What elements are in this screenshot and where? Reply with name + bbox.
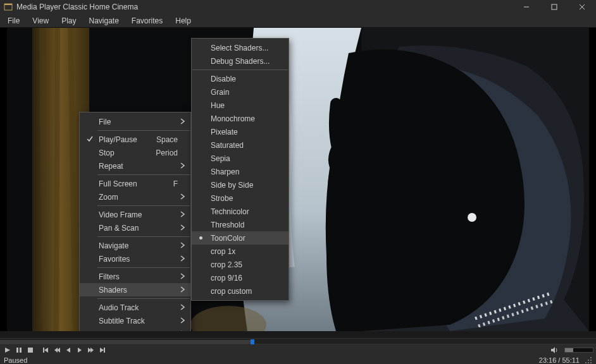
label: Repeat	[99, 162, 123, 171]
chevron-right-icon	[179, 161, 187, 172]
ctx-navigate[interactable]: Navigate	[80, 239, 190, 252]
shader-threshold[interactable]: Threshold	[192, 218, 289, 231]
ctx-zoom[interactable]: Zoom	[80, 190, 190, 203]
ctx-video-frame[interactable]: Video Frame	[80, 208, 190, 221]
chevron-right-icon	[179, 210, 187, 221]
menu-navigate[interactable]: Navigate	[82, 15, 125, 27]
label: Stop	[99, 149, 115, 157]
shader-grain[interactable]: Grain	[192, 85, 289, 99]
ctx-shaders[interactable]: Shaders	[80, 283, 190, 296]
label: Favorites	[99, 255, 130, 264]
ctx-full-screen[interactable]: Full ScreenF	[80, 177, 190, 190]
separator	[97, 205, 190, 206]
app-icon	[4, 3, 13, 11]
label: Pan & Scan	[99, 224, 139, 233]
shader-crop-2-35[interactable]: crop 2.35	[192, 258, 289, 271]
ctx-video-track[interactable]: Video Track	[80, 327, 190, 331]
svg-rect-13	[20, 348, 22, 353]
seekbar[interactable]	[0, 338, 596, 344]
svg-rect-2	[6, 6, 11, 9]
shader-sharpen[interactable]: Sharpen	[192, 165, 289, 178]
ctx-play-pause[interactable]: Play/PauseSpace	[80, 133, 190, 146]
chevron-right-icon	[179, 272, 187, 282]
svg-marker-15	[44, 348, 48, 353]
shader-monochrome[interactable]: Monochrome	[192, 112, 289, 125]
separator	[97, 174, 190, 175]
stop-button[interactable]	[25, 345, 35, 355]
separator	[192, 70, 288, 70]
label: File	[99, 118, 111, 126]
svg-rect-4	[552, 4, 557, 9]
minimize-button[interactable]	[512, 0, 540, 14]
shader-crop-1x[interactable]: crop 1x	[192, 245, 289, 258]
volume-fill	[565, 348, 573, 352]
ctx-filters[interactable]: Filters	[80, 270, 190, 283]
label: Monochrome	[211, 114, 255, 123]
seekbar-thumb[interactable]	[251, 339, 254, 344]
label: crop custom	[211, 287, 252, 296]
shader-tooncolor[interactable]: ToonColor	[192, 231, 289, 245]
label: Threshold	[211, 221, 244, 229]
svg-point-29	[585, 362, 587, 363]
shader-technicolor[interactable]: Technicolor	[192, 205, 289, 218]
svg-marker-25	[551, 347, 555, 353]
ctx-stop[interactable]: StopPeriod	[80, 146, 190, 159]
controlbar	[0, 344, 596, 356]
video-area[interactable]: FilePlay/PauseSpaceStopPeriodRepeatFull …	[0, 28, 596, 331]
step-forward-button[interactable]	[86, 345, 96, 355]
window-controls	[512, 0, 596, 14]
frame-back-button[interactable]	[63, 345, 73, 355]
ctx-pan-scan[interactable]: Pan & Scan	[80, 221, 190, 234]
label: Full Screen	[99, 179, 137, 188]
ctx-audio-track[interactable]: Audio Track	[80, 301, 190, 314]
svg-point-27	[588, 360, 589, 361]
menu-play[interactable]: Play	[55, 15, 82, 27]
shader-crop-custom[interactable]: crop custom	[192, 284, 289, 298]
shader-pixelate[interactable]: Pixelate	[192, 125, 289, 138]
shader-select-shaders[interactable]: Select Shaders...	[192, 41, 289, 54]
chevron-right-icon	[179, 303, 187, 313]
svg-rect-16	[43, 348, 44, 353]
menu-file[interactable]: File	[1, 15, 26, 27]
chevron-right-icon	[179, 285, 187, 296]
chevron-right-icon	[179, 316, 187, 327]
label: Audio Track	[99, 303, 139, 312]
shortcut: Space	[156, 135, 178, 144]
shader-saturated[interactable]: Saturated	[192, 138, 289, 152]
check-icon	[86, 135, 94, 145]
menu-favorites[interactable]: Favorites	[125, 15, 169, 27]
maximize-button[interactable]	[540, 0, 568, 14]
shader-strobe[interactable]: Strobe	[192, 191, 289, 205]
shader-debug-shaders[interactable]: Debug Shaders...	[192, 54, 289, 68]
svg-point-26	[590, 357, 592, 358]
svg-marker-22	[90, 348, 94, 353]
label: crop 1x	[211, 247, 235, 256]
label: Side by Side	[211, 181, 253, 190]
ctx-subtitle-track[interactable]: Subtitle Track	[80, 314, 190, 327]
shader-hue[interactable]: Hue	[192, 99, 289, 112]
svg-marker-20	[78, 348, 82, 353]
resize-grip-icon[interactable]	[585, 356, 592, 364]
next-track-button[interactable]	[97, 345, 108, 355]
chevron-right-icon	[179, 329, 187, 331]
ctx-favorites[interactable]: Favorites	[80, 252, 190, 265]
label: crop 2.35	[211, 260, 242, 269]
frame-forward-button[interactable]	[75, 345, 85, 355]
menu-help[interactable]: Help	[169, 15, 197, 27]
label: Select Shaders...	[211, 44, 268, 52]
label: ToonColor	[211, 234, 245, 243]
close-button[interactable]	[568, 0, 596, 14]
shader-sepia[interactable]: Sepia	[192, 152, 289, 165]
ctx-file[interactable]: File	[80, 115, 190, 128]
mute-button[interactable]	[549, 345, 559, 355]
label: Disable	[211, 75, 236, 83]
volume-bar[interactable]	[564, 348, 593, 353]
pause-button[interactable]	[14, 345, 24, 355]
prev-track-button[interactable]	[40, 345, 51, 355]
shader-crop-9-16[interactable]: crop 9/16	[192, 271, 289, 284]
ctx-repeat[interactable]: Repeat	[80, 159, 190, 173]
step-back-button[interactable]	[52, 345, 62, 355]
play-button[interactable]	[3, 345, 13, 355]
menu-view[interactable]: View	[26, 15, 55, 27]
shader-side-by-side[interactable]: Side by Side	[192, 178, 289, 191]
